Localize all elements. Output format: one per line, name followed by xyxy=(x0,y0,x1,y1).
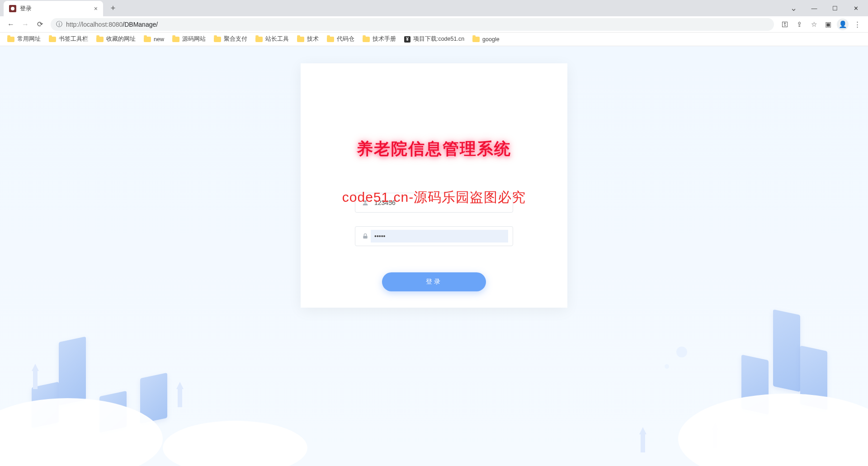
folder-icon xyxy=(363,37,370,42)
new-tab-button[interactable]: + xyxy=(107,2,119,14)
sidepanel-icon[interactable]: ▣ xyxy=(821,17,835,32)
bookmark-item[interactable]: 技术手册 xyxy=(363,35,396,43)
folder-icon xyxy=(255,37,263,42)
bookmark-item[interactable]: 收藏的网址 xyxy=(96,35,136,43)
bookmark-label: google xyxy=(482,36,500,43)
bookmark-label: 技术手册 xyxy=(373,35,396,43)
menu-kebab-icon[interactable]: ⋮ xyxy=(850,17,864,32)
folder-icon xyxy=(7,37,14,42)
bookmark-label: 聚合支付 xyxy=(224,35,247,43)
folder-icon xyxy=(297,37,304,42)
address-path: /DBManage/ xyxy=(123,21,158,28)
tabs-dropdown-icon[interactable]: ⌄ xyxy=(783,1,804,15)
login-card: 养老院信息管理系统 登录 xyxy=(301,63,567,308)
bookmark-item[interactable]: 常用网址 xyxy=(7,35,41,43)
tab-close-icon[interactable]: × xyxy=(94,5,98,12)
address-port: :8080 xyxy=(107,21,123,28)
folder-icon xyxy=(472,37,480,42)
folder-icon xyxy=(214,37,221,42)
bookmark-item[interactable]: 聚合支付 xyxy=(214,35,247,43)
browser-chrome: 登录 × + ⌄ — ☐ ✕ ← → ⟳ ⓘ http://localhost:… xyxy=(0,0,868,46)
bookmark-label: 收藏的网址 xyxy=(106,35,136,43)
bookmark-item[interactable]: 书签工具栏 xyxy=(49,35,88,43)
close-window-button[interactable]: ✕ xyxy=(845,1,866,15)
window-controls: ⌄ — ☐ ✕ xyxy=(783,1,868,15)
tab-strip: 登录 × + ⌄ — ☐ ✕ xyxy=(0,0,868,16)
svg-rect-1 xyxy=(363,236,367,238)
bookmark-item[interactable]: google xyxy=(472,36,500,43)
bookmark-label: 项目下载:code51.cn xyxy=(413,35,464,43)
user-icon xyxy=(360,199,371,206)
minimize-button[interactable]: — xyxy=(804,1,825,15)
folder-icon xyxy=(327,37,334,42)
bookmark-star-icon[interactable]: ☆ xyxy=(807,17,821,32)
username-row xyxy=(355,193,513,213)
folder-icon xyxy=(49,37,56,42)
site-icon: ¥ xyxy=(404,36,410,43)
bookmark-item[interactable]: ¥项目下载:code51.cn xyxy=(404,35,464,43)
folder-icon xyxy=(172,37,179,42)
tab-title: 登录 xyxy=(20,5,94,13)
bookmark-item[interactable]: 代码仓 xyxy=(327,35,354,43)
site-info-icon[interactable]: ⓘ xyxy=(56,20,62,29)
back-button[interactable]: ← xyxy=(4,17,18,32)
bookmark-item[interactable]: 技术 xyxy=(297,35,319,43)
bookmark-label: 技术 xyxy=(307,35,319,43)
address-bar[interactable]: ⓘ http://localhost:8080/DBManage/ xyxy=(51,18,774,31)
page-content: 养老院信息管理系统 登录 code51.cn-源码乐园盗图必究 xyxy=(0,46,868,466)
reload-button[interactable]: ⟳ xyxy=(33,17,47,32)
password-row xyxy=(355,226,513,246)
maximize-button[interactable]: ☐ xyxy=(825,1,845,15)
key-icon[interactable]: ⚿ xyxy=(778,17,792,32)
bookmark-item[interactable]: new xyxy=(144,36,164,43)
share-icon[interactable]: ⇪ xyxy=(792,17,807,32)
favicon-icon xyxy=(9,5,16,12)
bookmark-label: 源码网站 xyxy=(182,35,206,43)
svg-point-0 xyxy=(364,200,366,203)
bookmark-label: 站长工具 xyxy=(265,35,289,43)
background-decoration xyxy=(0,339,868,466)
bookmark-label: new xyxy=(154,36,164,43)
login-button[interactable]: 登录 xyxy=(382,272,486,291)
bookmark-label: 书签工具栏 xyxy=(59,35,88,43)
address-host: http://localhost xyxy=(66,21,107,28)
toolbar: ← → ⟳ ⓘ http://localhost:8080/DBManage/ … xyxy=(0,16,868,33)
bookmark-item[interactable]: 源码网站 xyxy=(172,35,206,43)
folder-icon xyxy=(144,37,151,42)
folder-icon xyxy=(96,37,104,42)
browser-tab[interactable]: 登录 × xyxy=(4,1,103,16)
bookmark-label: 代码仓 xyxy=(337,35,354,43)
password-input[interactable] xyxy=(371,230,508,243)
username-input[interactable] xyxy=(371,196,508,209)
bookmark-item[interactable]: 站长工具 xyxy=(255,35,289,43)
bookmarks-bar: 常用网址 书签工具栏 收藏的网址 new 源码网站 聚合支付 站长工具 技术 代… xyxy=(0,33,868,46)
profile-avatar[interactable]: 👤 xyxy=(835,17,850,32)
bookmark-label: 常用网址 xyxy=(17,35,41,43)
lock-icon xyxy=(360,233,371,240)
forward-button[interactable]: → xyxy=(18,17,33,32)
login-title: 养老院信息管理系统 xyxy=(301,138,567,160)
